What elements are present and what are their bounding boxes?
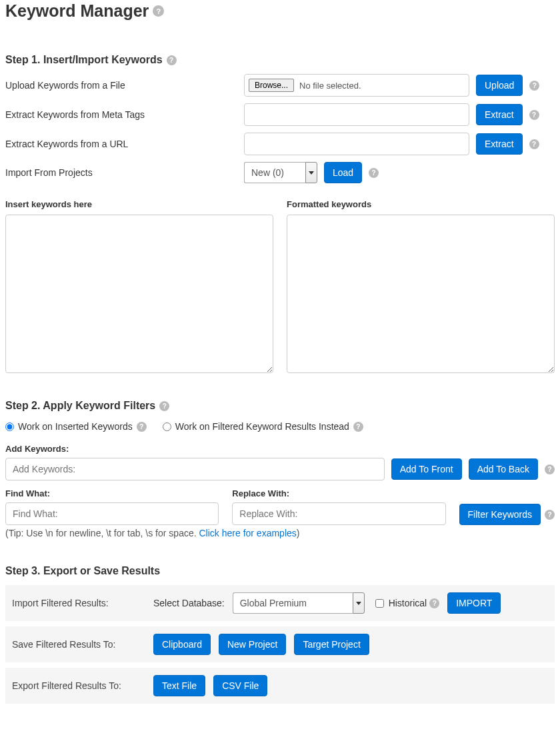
chevron-down-icon	[353, 592, 365, 614]
examples-link[interactable]: Click here for examples	[199, 528, 297, 538]
find-replace-row: Find What: Replace With: Filter Keywords	[5, 488, 555, 525]
help-icon[interactable]	[137, 422, 147, 432]
add-to-front-button[interactable]: Add To Front	[391, 458, 462, 480]
help-icon[interactable]	[545, 510, 555, 520]
help-icon[interactable]	[529, 139, 539, 149]
add-to-back-button[interactable]: Add To Back	[469, 458, 538, 480]
help-icon[interactable]	[529, 81, 539, 91]
add-keywords-label: Add Keywords:	[5, 444, 555, 454]
file-status: No file selected.	[299, 81, 361, 91]
project-select-inner[interactable]: New (0)	[244, 162, 305, 183]
chevron-down-icon	[305, 162, 317, 183]
step2-heading: Step 2. Apply Keyword Filters	[5, 400, 555, 412]
help-icon[interactable]	[153, 5, 164, 17]
replace-input[interactable]	[232, 502, 445, 525]
radio-filtered[interactable]: Work on Filtered Keyword Results Instead	[163, 421, 363, 432]
row-upload-file: Upload Keywords from a File Browse... No…	[5, 74, 555, 97]
replace-label: Replace With:	[232, 488, 445, 498]
tip-text: (Tip: Use \n for newline, \t for tab, \s…	[5, 528, 555, 538]
file-input[interactable]: Browse... No file selected.	[244, 74, 469, 97]
meta-tags-input[interactable]	[244, 103, 469, 126]
extract-meta-label: Extract Keywords from Meta Tags	[5, 109, 237, 120]
help-icon[interactable]	[369, 168, 379, 178]
help-icon[interactable]	[529, 110, 539, 120]
text-file-button[interactable]: Text File	[153, 675, 205, 696]
select-db-label: Select Database:	[153, 598, 225, 608]
database-select-inner[interactable]: Global Premium	[233, 592, 353, 614]
extract-meta-button[interactable]: Extract	[476, 104, 523, 125]
row-import-results: Import Filtered Results: Select Database…	[5, 585, 555, 621]
row-extract-meta: Extract Keywords from Meta Tags Extract	[5, 103, 555, 126]
insert-formatted-row: Insert keywords here Formatted keywords	[5, 199, 555, 373]
csv-file-button[interactable]: CSV File	[213, 675, 267, 696]
radio-inserted[interactable]: Work on Inserted Keywords	[5, 421, 147, 432]
help-icon[interactable]	[545, 464, 555, 474]
import-button[interactable]: IMPORT	[447, 592, 501, 614]
project-select[interactable]: New (0)	[244, 162, 317, 183]
url-input[interactable]	[244, 133, 469, 155]
formatted-keywords-textarea[interactable]	[287, 215, 555, 373]
import-results-label: Import Filtered Results:	[12, 598, 145, 608]
insert-keywords-label: Insert keywords here	[5, 199, 273, 209]
export-results-label: Export Filtered Results To:	[12, 680, 145, 691]
help-icon[interactable]	[167, 55, 177, 65]
add-keywords-row: Add To Front Add To Back	[5, 458, 555, 480]
help-icon[interactable]	[429, 598, 439, 608]
filter-mode-radios: Work on Inserted Keywords Work on Filter…	[5, 421, 555, 432]
radio-inserted-input[interactable]	[5, 422, 14, 431]
database-select[interactable]: Global Premium	[233, 592, 365, 614]
historical-checkbox[interactable]: Historical	[373, 597, 440, 610]
clipboard-button[interactable]: Clipboard	[153, 634, 211, 655]
find-input[interactable]	[5, 502, 219, 525]
load-button[interactable]: Load	[324, 162, 362, 183]
page-title: Keyword Manager	[5, 1, 555, 21]
step3-heading: Step 3. Export or Save Results	[5, 565, 555, 577]
upload-button[interactable]: Upload	[476, 75, 523, 96]
filter-keywords-button[interactable]: Filter Keywords	[459, 504, 541, 525]
row-export-results: Export Filtered Results To: Text File CS…	[5, 668, 555, 704]
step1-heading: Step 1. Insert/Import Keywords	[5, 54, 555, 66]
upload-label: Upload Keywords from a File	[5, 80, 237, 91]
row-import-projects: Import From Projects New (0) Load	[5, 162, 555, 183]
formatted-keywords-label: Formatted keywords	[287, 199, 555, 209]
help-icon[interactable]	[159, 401, 169, 411]
import-projects-label: Import From Projects	[5, 167, 237, 178]
extract-url-button[interactable]: Extract	[476, 133, 523, 155]
row-save-results: Save Filtered Results To: Clipboard New …	[5, 626, 555, 662]
historical-checkbox-input[interactable]	[375, 599, 384, 608]
find-label: Find What:	[5, 488, 219, 498]
add-keywords-input[interactable]	[5, 458, 385, 480]
row-extract-url: Extract Keywords from a URL Extract	[5, 133, 555, 155]
target-project-button[interactable]: Target Project	[294, 634, 369, 655]
radio-filtered-input[interactable]	[163, 422, 171, 431]
browse-button[interactable]: Browse...	[249, 79, 294, 92]
help-icon[interactable]	[353, 422, 363, 432]
insert-keywords-textarea[interactable]	[5, 215, 273, 373]
new-project-button[interactable]: New Project	[219, 634, 286, 655]
page-title-text: Keyword Manager	[5, 1, 149, 21]
extract-url-label: Extract Keywords from a URL	[5, 139, 237, 149]
save-results-label: Save Filtered Results To:	[12, 639, 145, 650]
